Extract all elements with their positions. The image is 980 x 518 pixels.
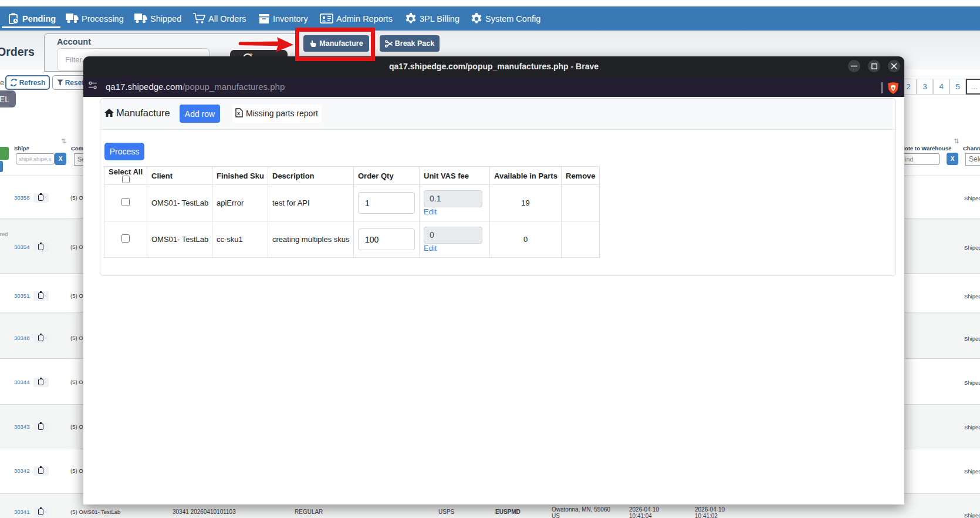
svg-text:x: x bbox=[237, 110, 240, 116]
